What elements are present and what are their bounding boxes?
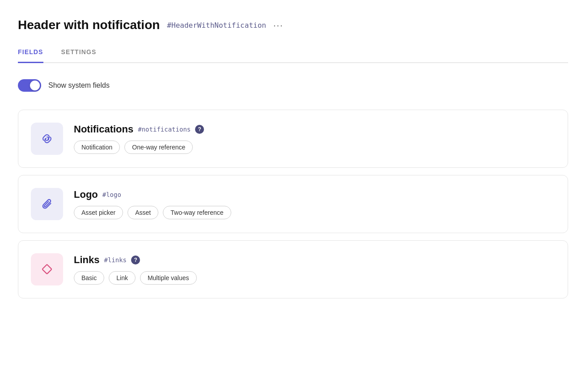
field-card-links: Links #links ? Basic Link Multiple value…: [18, 240, 568, 298]
toggle-thumb: [30, 81, 40, 90]
logo-field-info: Logo #logo Asset picker Asset Two-way re…: [74, 189, 231, 219]
page-header: Header with notification #HeaderWithNoti…: [18, 18, 568, 32]
paperclip-icon: [39, 196, 55, 212]
tag-two-way-reference: Two-way reference: [163, 206, 231, 219]
logo-tags: Asset picker Asset Two-way reference: [74, 206, 231, 219]
links-tags: Basic Link Multiple values: [74, 271, 197, 285]
toggle-track: [18, 79, 41, 92]
tab-bar: FIELDS SETTINGS: [18, 43, 568, 63]
notifications-icon-container: [31, 123, 63, 155]
page-hash: #HeaderWithNotification: [167, 21, 266, 30]
links-field-info: Links #links ? Basic Link Multiple value…: [74, 254, 197, 285]
svg-rect-0: [42, 264, 51, 274]
links-field-name: Links: [74, 254, 99, 266]
notifications-tags: Notification One-way reference: [74, 141, 204, 154]
notifications-field-hash: #notifications: [138, 126, 191, 133]
links-field-hash: #links: [104, 256, 127, 264]
tag-asset: Asset: [127, 206, 158, 219]
notifications-name-row: Notifications #notifications ?: [74, 124, 204, 135]
tab-settings[interactable]: SETTINGS: [61, 43, 97, 63]
notifications-field-info: Notifications #notifications ? Notificat…: [74, 124, 204, 154]
field-card-logo: Logo #logo Asset picker Asset Two-way re…: [18, 175, 568, 233]
page-title: Header with notification: [18, 18, 160, 32]
tag-one-way-reference: One-way reference: [124, 141, 193, 154]
system-fields-toggle-row: Show system fields: [18, 79, 568, 92]
fields-list: Notifications #notifications ? Notificat…: [18, 110, 568, 298]
links-help-icon[interactable]: ?: [131, 256, 140, 264]
logo-field-hash: #logo: [102, 191, 121, 198]
link-icon: [39, 131, 55, 147]
tab-fields[interactable]: FIELDS: [18, 43, 43, 63]
tag-basic: Basic: [74, 271, 104, 285]
links-icon-container: [31, 253, 63, 285]
logo-name-row: Logo #logo: [74, 189, 231, 200]
tag-asset-picker: Asset picker: [74, 206, 123, 219]
links-name-row: Links #links ?: [74, 254, 197, 266]
tag-notification: Notification: [74, 141, 120, 154]
more-options-icon[interactable]: ···: [273, 20, 284, 30]
diamond-icon: [39, 261, 55, 277]
show-system-fields-toggle[interactable]: [18, 79, 41, 92]
tag-link: Link: [109, 271, 136, 285]
field-card-notifications: Notifications #notifications ? Notificat…: [18, 110, 568, 168]
tag-multiple-values: Multiple values: [140, 271, 197, 285]
logo-field-name: Logo: [74, 189, 98, 200]
notifications-field-name: Notifications: [74, 124, 133, 135]
toggle-label: Show system fields: [48, 81, 110, 89]
notifications-help-icon[interactable]: ?: [195, 125, 204, 134]
logo-icon-container: [31, 188, 63, 220]
